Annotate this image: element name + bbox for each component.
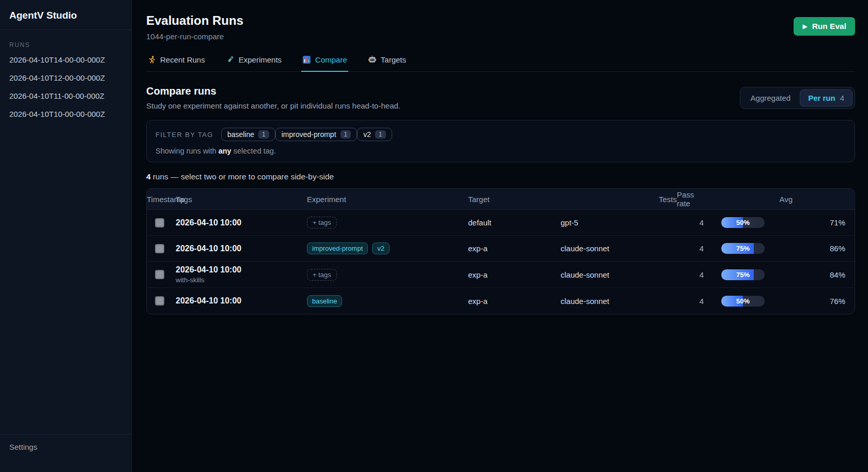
filter-by-tag-label: FILTER BY TAG [156,131,213,139]
run-timestamp: 2026-04-10 10:00 [176,244,307,253]
tab-label: Compare [315,55,347,64]
main-content: Evaluation Runs 1044-per-run-compare ▶ R… [132,0,868,472]
sidebar-item-settings[interactable]: Settings [9,443,122,451]
add-tags-button[interactable]: + tags [307,269,337,281]
tag-filter-chip-v2[interactable]: v21 [357,128,392,141]
run-timestamp: 2026-04-10 10:00 [176,296,307,306]
tab-targets[interactable]: Targets [367,52,407,72]
target-cell: claude-sonnet [561,297,677,306]
table-row: 2026-04-10 10:00baselineexp-aclaude-sonn… [147,288,855,314]
experiment-cell: exp-a [468,244,561,253]
pass-rate-cell: 75% [704,243,802,254]
runs-table: TimestampTagsExperimentTargetTestsPass r… [146,188,855,314]
table-row: 2026-04-10 10:00+ tagsdefaultgpt-5450%71… [147,210,855,236]
sidebar-run-item[interactable]: 2026-04-10T11-00-00-000Z [0,87,131,105]
pass-rate-cell: 50% [704,296,802,307]
column-header-timestamp: Timestamp [147,195,176,204]
pass-rate-pill: 75% [721,269,765,280]
sidebar: AgentV Studio RUNS 2026-04-10T14-00-00-0… [0,0,132,472]
page-subtitle: 1044-per-run-compare [146,32,243,41]
tags-cell: improved-promptv2 [307,242,468,254]
runs-section-label: RUNS [9,41,122,49]
avg-cell: 71% [802,218,855,227]
pass-rate-pill: 75% [721,243,765,254]
run-timestamp: 2026-04-10 10:00 [176,218,307,227]
add-tags-button[interactable]: + tags [307,217,337,229]
section-subtitle: Study one experiment against another, or… [146,101,400,110]
table-row: 2026-04-10 10:00improved-promptv2exp-acl… [147,236,855,262]
avg-cell: 84% [802,270,855,279]
sidebar-run-item[interactable]: 2026-04-10T12-00-00-000Z [0,69,131,87]
experiment-cell: exp-a [468,270,561,279]
table-body: 2026-04-10 10:00+ tagsdefaultgpt-5450%71… [147,210,855,314]
tab-recent-runs[interactable]: Recent Runs [146,52,206,72]
tab-label: Experiments [239,55,282,64]
tab-experiments[interactable]: Experiments [225,52,283,72]
pass-rate-label: 50% [721,217,765,228]
row-checkbox[interactable] [155,270,164,279]
tag-filter-name: improved-prompt [282,130,336,139]
toggle-aggregated[interactable]: Aggregated [742,89,799,106]
run-tag-baseline: baseline [307,295,342,307]
column-header-tests: Tests [561,195,677,204]
tag-filter-chip-improved-prompt[interactable]: improved-prompt1 [275,128,358,141]
experiment-cell: exp-a [468,297,561,306]
tag-filter-count: 1 [340,130,351,139]
sidebar-run-item[interactable]: 2026-04-10T10-00-00-000Z [0,105,131,123]
timestamp-cell: 2026-04-10 10:00with-skills [176,265,307,284]
pass-rate-label: 50% [721,296,765,307]
column-header-pass-rate: Pass rate [677,190,704,208]
tests-cell: 4 [677,297,704,306]
run-tag-improved-prompt: improved-prompt [307,242,368,254]
run-timestamp: 2026-04-10 10:00 [176,265,307,275]
runs-count: 4 [146,172,151,181]
column-header-experiment: Experiment [307,195,468,204]
toggle-per-run[interactable]: Per run 4 [800,89,853,106]
tags-cell: + tags [307,269,468,281]
filter-chip-list: baseline1improved-prompt1v21 [221,128,392,141]
tag-filter-name: baseline [227,130,254,139]
target-cell: gpt-5 [561,218,677,227]
table-row: 2026-04-10 10:00with-skills+ tagsexp-acl… [147,262,855,288]
pass-rate-cell: 75% [704,269,802,280]
column-header-avg: Avg [704,195,802,204]
tag-filter-chip-baseline[interactable]: baseline1 [221,128,275,141]
run-eval-button[interactable]: ▶ Run Eval [794,17,855,36]
tab-compare[interactable]: Compare [301,52,348,72]
timestamp-cell: 2026-04-10 10:00 [176,244,307,253]
pass-rate-pill: 50% [721,296,765,307]
test-tube-icon [226,55,235,64]
runner-icon [147,55,156,64]
column-header-target: Target [468,195,561,204]
tab-label: Targets [381,55,406,64]
robot-icon [368,55,377,64]
toggle-per-run-count: 4 [840,94,844,102]
app-title: AgentV Studio [0,0,131,30]
filter-note-any: any [219,147,231,155]
toggle-per-run-label: Per run [808,94,835,102]
sidebar-run-item[interactable]: 2026-04-10T14-00-00-000Z [0,51,131,69]
checkbox-cell [147,270,176,279]
column-header-tags: Tags [176,195,307,204]
tag-filter-name: v2 [363,130,371,139]
view-toggle: Aggregated Per run 4 [740,87,855,109]
section-title: Compare runs [146,85,400,97]
target-cell: claude-sonnet [561,270,677,279]
tag-filter-count: 1 [258,130,269,139]
play-icon: ▶ [802,23,807,30]
pass-rate-pill: 50% [721,217,765,228]
tests-cell: 4 [677,244,704,253]
row-checkbox[interactable] [155,218,164,227]
target-cell: claude-sonnet [561,244,677,253]
tab-label: Recent Runs [160,55,205,64]
bar-chart-icon [302,55,311,64]
compare-section-header: Compare runs Study one experiment agains… [146,85,855,110]
tests-cell: 4 [677,218,704,227]
row-checkbox[interactable] [155,244,164,253]
run-eval-label: Run Eval [812,22,846,31]
row-checkbox[interactable] [155,296,164,306]
pass-rate-cell: 50% [704,217,802,228]
tag-filter-count: 1 [375,130,386,139]
timestamp-cell: 2026-04-10 10:00 [176,218,307,227]
page-title: Evaluation Runs [146,13,243,28]
